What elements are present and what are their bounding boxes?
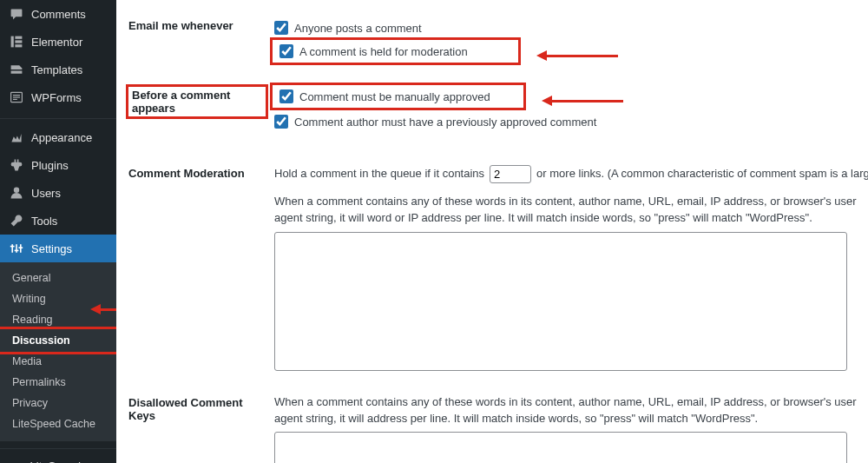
svg-rect-0 [11, 36, 14, 48]
users-icon [9, 185, 24, 201]
disallowed-desc: When a comment contains any of these wor… [274, 394, 865, 427]
submenu-general[interactable]: General [0, 268, 116, 288]
svg-rect-10 [16, 244, 17, 253]
svg-rect-9 [11, 244, 13, 253]
sidebar-item-wpforms[interactable]: WPForms [0, 83, 116, 111]
textarea-disallowed-keys[interactable] [274, 432, 847, 463]
submenu-media[interactable]: Media [0, 351, 116, 372]
sidebar-item-appearance[interactable]: Appearance [0, 118, 116, 151]
sidebar-item-label: Plugins [31, 159, 69, 172]
label-comment-moderation: Comment Moderation [116, 163, 274, 183]
sidebar-item-label: WPForms [31, 91, 82, 104]
svg-rect-1 [15, 36, 22, 39]
sidebar-item-label: Templates [31, 63, 82, 76]
label-before-appears: Before a comment appears [128, 87, 266, 116]
sidebar-item-label: Users [31, 187, 61, 200]
comments-icon [9, 6, 24, 22]
sidebar-item-label: LiteSpeed Cache [30, 460, 109, 463]
sidebar-item-label: Comments [31, 8, 86, 21]
checkbox-prev-approved[interactable] [274, 115, 288, 129]
admin-sidebar: Comments Elementor Templates WPForms App… [0, 0, 116, 463]
sidebar-item-label: Settings [31, 242, 72, 255]
svg-point-8 [14, 188, 19, 193]
checkbox-manually-approved[interactable] [279, 89, 293, 103]
label-email-whenever: Email me whenever [116, 16, 274, 36]
svg-rect-3 [15, 44, 22, 47]
appearance-icon [9, 129, 24, 145]
sidebar-item-users[interactable]: Users [0, 179, 116, 207]
moderation-desc-pre: Hold a comment in the queue if it contai… [274, 166, 484, 182]
plugins-icon [9, 157, 24, 173]
tools-icon [9, 213, 24, 228]
sidebar-item-litespeed-cache[interactable]: LiteSpeed Cache [0, 448, 116, 463]
annotation-arrow-manual [536, 96, 623, 106]
row-disallowed-keys: Disallowed Comment Keys When a comment c… [116, 389, 868, 463]
checkbox-held-moderation[interactable] [279, 44, 293, 58]
sidebar-item-plugins[interactable]: Plugins [0, 151, 116, 179]
row-comment-moderation: Comment Moderation Hold a comment in the… [116, 160, 868, 379]
annotation-arrow-moderation [531, 50, 618, 61]
checkbox-anyone-posts[interactable] [274, 21, 288, 35]
sidebar-item-settings[interactable]: Settings [0, 235, 116, 262]
svg-rect-14 [18, 247, 23, 248]
templates-icon [9, 62, 24, 77]
sidebar-item-comments[interactable]: Comments [0, 0, 116, 28]
row-email-whenever: Email me whenever Anyone posts a comment… [116, 12, 868, 66]
highlight-manually-approved: Comment must be manually approved [274, 87, 522, 106]
moderation-desc2: When a comment contains any of these wor… [274, 194, 865, 227]
elementor-icon [9, 34, 24, 50]
highlight-held-moderation: A comment is held for moderation [274, 42, 516, 61]
label-disallowed-keys: Disallowed Comment Keys [116, 393, 274, 426]
input-links-threshold[interactable] [490, 165, 531, 183]
moderation-desc-post: or more links. (A common characteristic … [536, 166, 868, 182]
submenu-permalinks[interactable]: Permalinks [0, 372, 116, 393]
submenu-litespeed[interactable]: LiteSpeed Cache [0, 413, 116, 434]
svg-rect-13 [15, 250, 19, 252]
sidebar-item-templates[interactable]: Templates [0, 56, 116, 83]
checkbox-label: Comment author must have a previously ap… [294, 116, 596, 129]
submenu-discussion[interactable]: Discussion [0, 330, 116, 351]
sidebar-item-label: Elementor [31, 36, 82, 49]
checkbox-label: Anyone posts a comment [294, 22, 422, 35]
svg-rect-2 [15, 40, 22, 43]
sidebar-item-elementor[interactable]: Elementor [0, 28, 116, 56]
moderation-links-line: Hold a comment in the queue if it contai… [274, 165, 868, 183]
checkbox-label: Comment must be manually approved [299, 90, 490, 103]
sidebar-item-label: Tools [31, 215, 57, 228]
checkbox-label: A comment is held for moderation [299, 45, 468, 58]
settings-discussion-content: Email me whenever Anyone posts a comment… [116, 0, 868, 463]
textarea-moderation-keys[interactable] [274, 232, 847, 371]
submenu-privacy[interactable]: Privacy [0, 393, 116, 413]
wpforms-icon [9, 89, 24, 105]
checkbox-email-anyone-posts: Anyone posts a comment [274, 17, 868, 38]
sidebar-item-label: Appearance [31, 131, 92, 144]
svg-rect-12 [10, 246, 15, 248]
sidebar-item-tools[interactable]: Tools [0, 207, 116, 235]
settings-icon [9, 241, 24, 256]
settings-submenu: General Writing Reading Discussion Media… [0, 262, 116, 441]
row-before-appears: Before a comment appears Comment must be… [116, 82, 868, 137]
